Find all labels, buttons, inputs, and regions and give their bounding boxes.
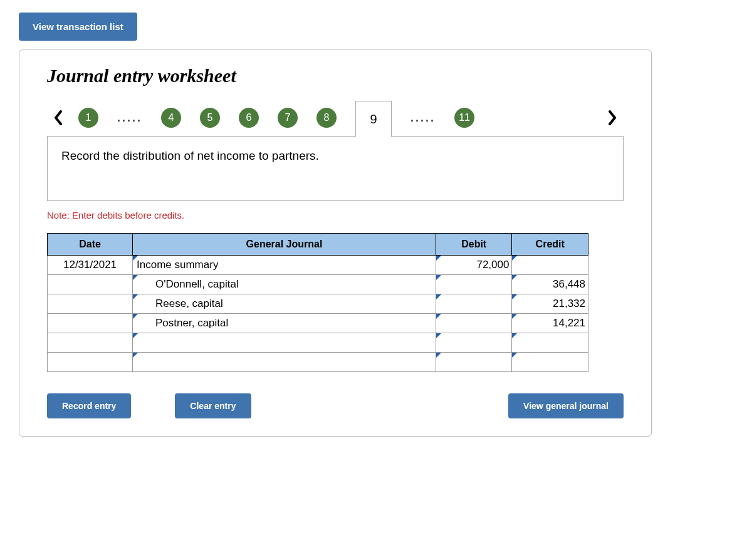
tab-1[interactable]: 1 xyxy=(78,108,98,128)
col-debit-header: Debit xyxy=(436,234,512,256)
credit-cell[interactable]: 14,221 xyxy=(512,314,588,333)
table-row xyxy=(48,333,588,353)
tab-6[interactable]: 6 xyxy=(239,108,259,128)
worksheet-title: Journal entry worksheet xyxy=(47,65,624,86)
table-row: Reese, capital21,332 xyxy=(48,294,588,314)
tab-label: 6 xyxy=(246,112,252,123)
debit-cell[interactable] xyxy=(436,275,512,294)
col-date-header: Date xyxy=(48,234,133,256)
tab-8[interactable]: 8 xyxy=(316,108,337,128)
tabs-prev-button[interactable] xyxy=(47,106,70,129)
date-cell[interactable] xyxy=(48,333,132,352)
action-buttons: Record entry Clear entry View general jo… xyxy=(47,393,624,418)
tabs-ellipsis: ..... xyxy=(117,111,142,125)
journal-table: Date General Journal Debit Credit 12/31/… xyxy=(47,233,588,372)
tab-label: 11 xyxy=(459,112,470,123)
table-row: 12/31/2021Income summary72,000 xyxy=(48,256,588,275)
tab-9-active[interactable]: 9 xyxy=(355,101,392,137)
credit-cell[interactable]: 36,448 xyxy=(512,275,588,294)
tab-7[interactable]: 7 xyxy=(278,108,298,128)
credit-cell[interactable] xyxy=(512,333,588,352)
view-transaction-list-button[interactable]: View transaction list xyxy=(19,13,137,41)
account-cell[interactable]: Income summary xyxy=(133,256,436,274)
tab-label: 7 xyxy=(285,112,291,123)
date-cell[interactable] xyxy=(48,314,132,333)
date-cell[interactable]: 12/31/2021 xyxy=(48,256,132,274)
debit-cell[interactable] xyxy=(436,294,512,313)
tabs-ellipsis: ..... xyxy=(410,111,436,125)
tab-11[interactable]: 11 xyxy=(454,108,474,128)
credit-cell[interactable] xyxy=(512,256,588,274)
col-gj-header: General Journal xyxy=(133,234,436,256)
table-header-row: Date General Journal Debit Credit xyxy=(48,234,588,256)
tab-label: 5 xyxy=(207,112,213,123)
journal-entry-worksheet: Journal entry worksheet 1 ..... 4 5 6 7 … xyxy=(19,49,652,437)
clear-entry-button[interactable]: Clear entry xyxy=(175,393,251,418)
tab-5[interactable]: 5 xyxy=(200,108,220,128)
view-general-journal-button[interactable]: View general journal xyxy=(508,393,624,418)
table-row: O'Donnell, capital36,448 xyxy=(48,275,588,294)
entry-instruction: Record the distribution of net income to… xyxy=(47,136,624,201)
tabs-next-button[interactable] xyxy=(601,106,624,129)
account-cell[interactable] xyxy=(133,333,436,352)
debit-cell[interactable] xyxy=(436,353,512,371)
credit-cell[interactable] xyxy=(512,353,588,371)
tab-label: 9 xyxy=(370,112,377,127)
table-row: Postner, capital14,221 xyxy=(48,314,588,333)
debit-cell[interactable]: 72,000 xyxy=(436,256,512,274)
debits-before-credits-note: Note: Enter debits before credits. xyxy=(47,210,624,220)
account-cell[interactable]: O'Donnell, capital xyxy=(133,275,436,294)
tab-label: 1 xyxy=(86,112,92,123)
date-cell[interactable] xyxy=(48,294,132,313)
tab-label: 8 xyxy=(324,112,330,123)
debit-cell[interactable] xyxy=(436,314,512,333)
chevron-right-icon xyxy=(607,110,617,125)
account-cell[interactable]: Reese, capital xyxy=(133,294,436,313)
record-entry-button[interactable]: Record entry xyxy=(47,393,131,418)
credit-cell[interactable]: 21,332 xyxy=(512,294,588,313)
date-cell[interactable] xyxy=(48,275,132,294)
date-cell[interactable] xyxy=(48,353,132,371)
tab-label: 4 xyxy=(169,112,174,123)
account-cell[interactable]: Postner, capital xyxy=(133,314,436,333)
debit-cell[interactable] xyxy=(436,333,512,352)
table-row xyxy=(48,353,588,372)
tab-4[interactable]: 4 xyxy=(161,108,181,128)
account-cell[interactable] xyxy=(133,353,436,371)
chevron-left-icon xyxy=(53,110,63,125)
entry-tabs: 1 ..... 4 5 6 7 8 9 ..... 11 xyxy=(47,99,624,137)
col-credit-header: Credit xyxy=(512,234,588,256)
